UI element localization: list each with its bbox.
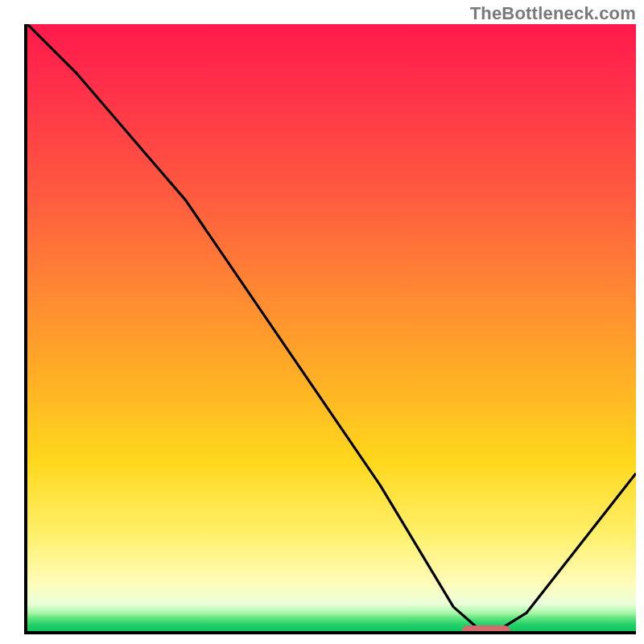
curve-layer	[27, 24, 636, 631]
watermark-text: TheBottleneck.com	[470, 3, 636, 24]
plot-area	[24, 24, 636, 634]
bottleneck-curve	[27, 24, 636, 628]
chart-stage: TheBottleneck.com	[0, 0, 644, 644]
optimal-marker	[462, 625, 511, 634]
